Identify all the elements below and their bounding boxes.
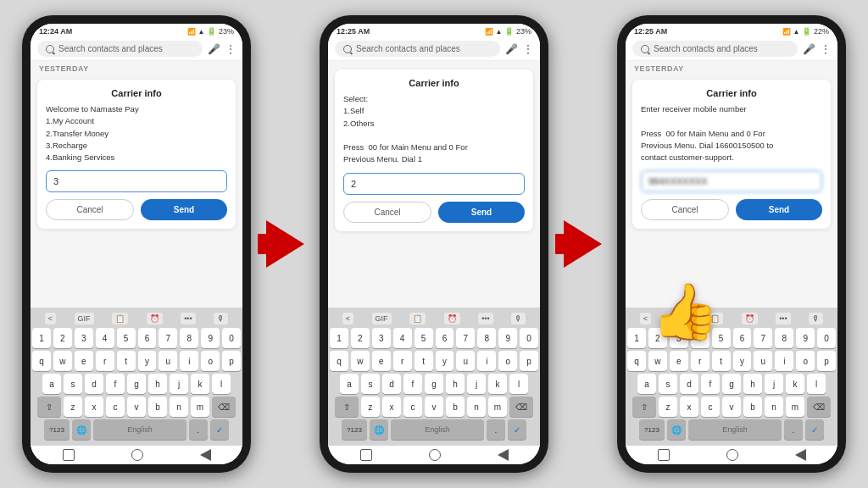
key-y[interactable]: y: [138, 351, 157, 371]
more-key-2[interactable]: •••: [478, 313, 492, 324]
cancel-button-1[interactable]: Cancel: [46, 199, 134, 220]
nav-triangle-3[interactable]: [795, 449, 806, 461]
send-button-2[interactable]: Send: [438, 202, 525, 223]
mic-key-3[interactable]: 🎙: [809, 313, 823, 324]
mic-key-2[interactable]: 🎙: [511, 313, 526, 324]
mic-icon-1[interactable]: 🎤: [208, 43, 220, 55]
search-input-2[interactable]: Search contacts and places: [335, 41, 500, 57]
key-5[interactable]: 5: [117, 328, 136, 348]
nav-square-1[interactable]: [63, 449, 75, 461]
more-icon-1[interactable]: ⋮: [225, 43, 236, 55]
cancel-button-3[interactable]: Cancel: [641, 199, 729, 220]
key-9-2[interactable]: 9: [498, 328, 517, 348]
key-s[interactable]: s: [64, 374, 82, 394]
cancel-button-2[interactable]: Cancel: [343, 202, 431, 223]
key-3-2[interactable]: 3: [372, 328, 391, 348]
clock-key-1[interactable]: ⏰: [147, 313, 163, 324]
search-input-1[interactable]: Search contacts and places: [37, 41, 203, 57]
mic-key-1[interactable]: 🎙: [214, 313, 228, 324]
mic-icon-3[interactable]: 🎤: [803, 43, 815, 55]
num-key-1[interactable]: ?123: [44, 419, 70, 440]
nav-triangle-2[interactable]: [498, 449, 509, 461]
key-8[interactable]: 8: [180, 328, 198, 348]
key-4[interactable]: 4: [96, 328, 114, 348]
gif-key-1[interactable]: GIF: [75, 313, 94, 324]
key-b[interactable]: b: [148, 396, 167, 417]
clock-key-2[interactable]: ⏰: [444, 313, 460, 324]
key-4-2[interactable]: 4: [393, 328, 412, 348]
key-d[interactable]: d: [85, 374, 103, 394]
nav-square-3[interactable]: [658, 449, 670, 461]
back-key-3[interactable]: <: [640, 313, 651, 324]
key-n[interactable]: n: [170, 396, 188, 417]
back-key-2[interactable]: <: [342, 313, 353, 324]
key-0-2[interactable]: 0: [520, 328, 538, 348]
key-8-2[interactable]: 8: [477, 328, 496, 348]
search-input-3[interactable]: Search contacts and places: [632, 41, 798, 57]
clip-key-1[interactable]: 📋: [112, 313, 128, 324]
key-c[interactable]: c: [106, 396, 125, 417]
key-6-2[interactable]: 6: [436, 328, 454, 348]
key-k[interactable]: k: [191, 374, 209, 394]
nav-triangle-1[interactable]: [200, 449, 211, 461]
key-u[interactable]: u: [159, 351, 177, 371]
key-1-2[interactable]: 1: [330, 328, 348, 348]
dialog-input-1[interactable]: [46, 170, 227, 192]
key-3[interactable]: 3: [75, 328, 93, 348]
key-o[interactable]: o: [201, 351, 220, 371]
key-e[interactable]: e: [75, 351, 93, 371]
mic-icon-2[interactable]: 🎤: [505, 43, 518, 55]
key-h[interactable]: h: [148, 374, 167, 394]
space-key-1[interactable]: English: [93, 419, 186, 440]
clip-key-2[interactable]: 📋: [409, 313, 426, 324]
key-5-2[interactable]: 5: [415, 328, 433, 348]
check-key-1[interactable]: ✓: [210, 419, 229, 440]
key-g[interactable]: g: [127, 374, 146, 394]
nav-circle-2[interactable]: [429, 449, 441, 461]
nav-square-2[interactable]: [360, 449, 372, 461]
key-i[interactable]: i: [180, 351, 198, 371]
key-f[interactable]: f: [106, 374, 125, 394]
search-bar-1[interactable]: Search contacts and places 🎤 ⋮: [31, 37, 242, 61]
search-bar-3[interactable]: Search contacts and places 🎤 ⋮: [626, 37, 837, 61]
more-key-1[interactable]: •••: [181, 313, 195, 324]
key-7-2[interactable]: 7: [456, 328, 475, 348]
search-bar-2[interactable]: Search contacts and places 🎤 ⋮: [328, 37, 540, 61]
key-m[interactable]: m: [191, 396, 209, 417]
key-1[interactable]: 1: [32, 328, 51, 348]
globe-key-1[interactable]: 🌐: [72, 419, 91, 440]
backspace-key-1[interactable]: ⌫: [212, 396, 236, 417]
key-j[interactable]: j: [170, 374, 188, 394]
key-p[interactable]: p: [222, 351, 241, 371]
key-0[interactable]: 0: [222, 328, 241, 348]
gif-key-2[interactable]: GIF: [372, 313, 392, 324]
clock-key-3[interactable]: ⏰: [742, 313, 758, 324]
key-q[interactable]: q: [32, 351, 51, 371]
key-t[interactable]: t: [117, 351, 136, 371]
key-7[interactable]: 7: [159, 328, 177, 348]
more-icon-3[interactable]: ⋮: [821, 43, 831, 55]
back-key-1[interactable]: <: [45, 313, 56, 324]
send-button-3[interactable]: Send: [736, 199, 822, 220]
key-2[interactable]: 2: [53, 328, 72, 348]
dialog-input-2[interactable]: [343, 173, 525, 195]
dialog-title-2: Carrier info: [343, 78, 525, 88]
nav-circle-1[interactable]: [131, 449, 143, 461]
key-l[interactable]: l: [212, 374, 231, 394]
key-2-2[interactable]: 2: [351, 328, 370, 348]
key-x[interactable]: x: [85, 396, 103, 417]
key-6[interactable]: 6: [138, 328, 157, 348]
key-a[interactable]: a: [42, 374, 61, 394]
more-icon-2[interactable]: ⋮: [523, 43, 533, 55]
key-z[interactable]: z: [64, 396, 82, 417]
shift-key-1[interactable]: ⇧: [37, 396, 61, 417]
more-key-3[interactable]: •••: [776, 313, 790, 324]
send-button-1[interactable]: Send: [141, 199, 227, 220]
nav-circle-3[interactable]: [726, 449, 738, 461]
key-r[interactable]: r: [96, 351, 114, 371]
key-w[interactable]: w: [53, 351, 72, 371]
key-v[interactable]: v: [127, 396, 146, 417]
key-9[interactable]: 9: [201, 328, 220, 348]
dialog-input-3[interactable]: [641, 170, 822, 192]
period-key-1[interactable]: .: [189, 419, 208, 440]
